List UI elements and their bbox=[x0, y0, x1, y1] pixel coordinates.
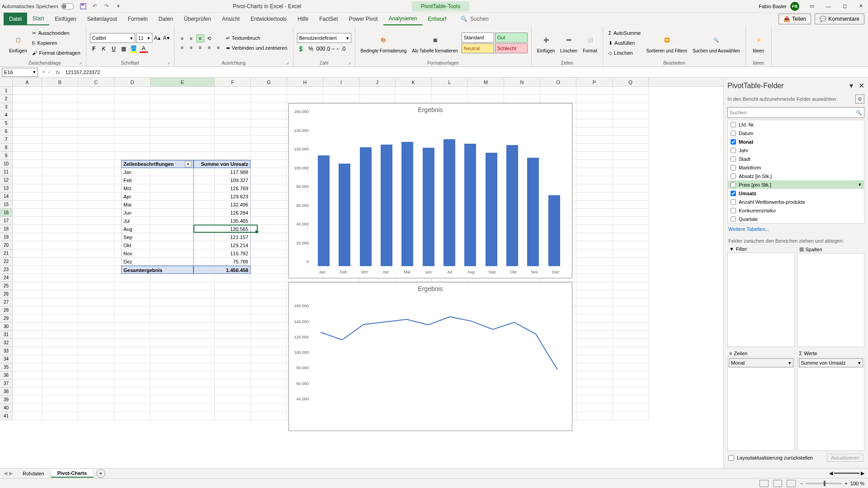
cell-A21[interactable] bbox=[13, 249, 42, 258]
bar[interactable] bbox=[464, 144, 476, 266]
cell-Q28[interactable] bbox=[613, 306, 649, 314]
pivot-row-value[interactable]: 132.496 bbox=[193, 201, 250, 209]
cell-A35[interactable] bbox=[13, 363, 42, 371]
cell-C39[interactable] bbox=[78, 396, 114, 404]
cell-D33[interactable] bbox=[114, 347, 151, 355]
autosum-button[interactable]: ΣAutoSumme bbox=[607, 28, 642, 38]
cell-P28[interactable] bbox=[576, 306, 613, 314]
cell-Q3[interactable] bbox=[613, 103, 649, 111]
page-layout-icon[interactable] bbox=[773, 480, 782, 487]
col-header-E[interactable]: E bbox=[151, 78, 215, 86]
cell-D30[interactable] bbox=[114, 323, 151, 331]
cell-E1[interactable] bbox=[151, 87, 215, 95]
search-input[interactable] bbox=[730, 110, 856, 115]
cell-J2[interactable] bbox=[359, 95, 396, 103]
sheet-next-icon[interactable]: ▶ bbox=[9, 470, 13, 476]
cell-B21[interactable] bbox=[42, 249, 78, 258]
row-header-26[interactable]: 26 bbox=[0, 290, 13, 298]
font-size-select[interactable]: 11▾ bbox=[136, 33, 152, 43]
formula-input[interactable]: 121157,223372 bbox=[63, 70, 868, 75]
close-pane-icon[interactable]: ✕ bbox=[859, 82, 864, 89]
cell-C36[interactable] bbox=[78, 371, 114, 380]
cell-A5[interactable] bbox=[13, 119, 42, 127]
cell-B41[interactable] bbox=[42, 412, 78, 420]
cell-F30[interactable] bbox=[215, 323, 251, 331]
row-header-1[interactable]: 1 bbox=[0, 87, 13, 95]
cell-A20[interactable] bbox=[13, 241, 42, 249]
comments-button[interactable]: 💬Kommentare bbox=[815, 14, 864, 24]
cell-G25[interactable] bbox=[251, 282, 287, 290]
col-header-Q[interactable]: Q bbox=[613, 78, 649, 86]
cell-F26[interactable] bbox=[215, 290, 251, 298]
cell-F9[interactable] bbox=[215, 152, 251, 160]
bar[interactable] bbox=[443, 139, 455, 266]
cell-P22[interactable] bbox=[576, 258, 613, 266]
defer-checkbox[interactable] bbox=[728, 455, 734, 461]
normal-view-icon[interactable] bbox=[760, 480, 769, 487]
pivot-row-header[interactable]: Zeilenbeschriftungen ▾ bbox=[121, 160, 193, 168]
row-header-40[interactable]: 40 bbox=[0, 404, 13, 412]
cell-A30[interactable] bbox=[13, 323, 42, 331]
cell-D40[interactable] bbox=[114, 404, 151, 412]
cell-A31[interactable] bbox=[13, 331, 42, 339]
cell-H2[interactable] bbox=[287, 95, 323, 103]
cell-D35[interactable] bbox=[114, 363, 151, 371]
cell-A38[interactable] bbox=[13, 388, 42, 396]
align-bottom-icon[interactable]: ≡ bbox=[196, 34, 204, 42]
zoom-level[interactable]: 100 % bbox=[850, 481, 864, 486]
cell-Q9[interactable] bbox=[613, 152, 649, 160]
cell-B17[interactable] bbox=[42, 217, 78, 225]
confirm-icon[interactable]: ✓ bbox=[47, 69, 52, 75]
font-color-button[interactable]: A bbox=[140, 45, 148, 53]
cell-P32[interactable] bbox=[576, 339, 613, 347]
cell-D34[interactable] bbox=[114, 355, 151, 363]
values-area[interactable]: ΣWerte Summe von Umsatz▾ bbox=[797, 350, 865, 451]
field-checkbox[interactable] bbox=[731, 191, 736, 196]
fill-button[interactable]: ⬇Ausfüllen bbox=[607, 38, 642, 47]
grow-font-icon[interactable]: A▴ bbox=[153, 34, 161, 42]
cell-D3[interactable] bbox=[114, 103, 151, 111]
cell-G12[interactable] bbox=[251, 176, 287, 184]
cell-E26[interactable] bbox=[151, 290, 215, 298]
row-header-7[interactable]: 7 bbox=[0, 136, 13, 144]
number-format-select[interactable]: Benutzerdefiniert▾ bbox=[297, 33, 351, 43]
cell-G33[interactable] bbox=[251, 347, 287, 355]
bar[interactable] bbox=[506, 145, 518, 266]
cell-C23[interactable] bbox=[78, 266, 114, 274]
tab-powerpivot[interactable]: Power Pivot bbox=[344, 13, 383, 25]
pivot-row-label[interactable]: Apr bbox=[121, 192, 193, 201]
cell-G39[interactable] bbox=[251, 396, 287, 404]
cell-B31[interactable] bbox=[42, 331, 78, 339]
cell-Q15[interactable] bbox=[613, 201, 649, 209]
redo-icon[interactable]: ↷ bbox=[103, 2, 111, 10]
cell-C22[interactable] bbox=[78, 258, 114, 266]
row-header-4[interactable]: 4 bbox=[0, 111, 13, 119]
cell-D7[interactable] bbox=[114, 136, 151, 144]
cell-B3[interactable] bbox=[42, 103, 78, 111]
cell-C20[interactable] bbox=[78, 241, 114, 249]
pivot-row-label[interactable]: Mai bbox=[121, 201, 193, 209]
pivot-row-label[interactable]: Nov bbox=[121, 249, 193, 258]
cell-Q11[interactable] bbox=[613, 168, 649, 176]
cell-C31[interactable] bbox=[78, 331, 114, 339]
cell-C12[interactable] bbox=[78, 176, 114, 184]
row-header-38[interactable]: 38 bbox=[0, 388, 13, 396]
name-box[interactable]: E16▾ bbox=[2, 68, 38, 77]
row-header-36[interactable]: 36 bbox=[0, 371, 13, 380]
save-icon[interactable] bbox=[79, 2, 87, 10]
cell-A15[interactable] bbox=[13, 201, 42, 209]
cell-B9[interactable] bbox=[42, 152, 78, 160]
cell-P12[interactable] bbox=[576, 176, 613, 184]
cell-L2[interactable] bbox=[432, 95, 468, 103]
cell-A23[interactable] bbox=[13, 266, 42, 274]
ideas-button[interactable]: ⚡Ideen bbox=[750, 32, 768, 54]
field-checkbox[interactable] bbox=[731, 139, 736, 145]
cell-E41[interactable] bbox=[151, 412, 215, 420]
cell-G10[interactable] bbox=[251, 160, 287, 168]
cell-Q7[interactable] bbox=[613, 136, 649, 144]
paste-button[interactable]: 📋 Einfügen bbox=[7, 32, 28, 54]
insert-cells-button[interactable]: ➕Einfügen bbox=[535, 32, 557, 54]
cell-Q39[interactable] bbox=[613, 396, 649, 404]
cell-A27[interactable] bbox=[13, 298, 42, 306]
field-search[interactable]: 🔍 bbox=[727, 107, 864, 118]
